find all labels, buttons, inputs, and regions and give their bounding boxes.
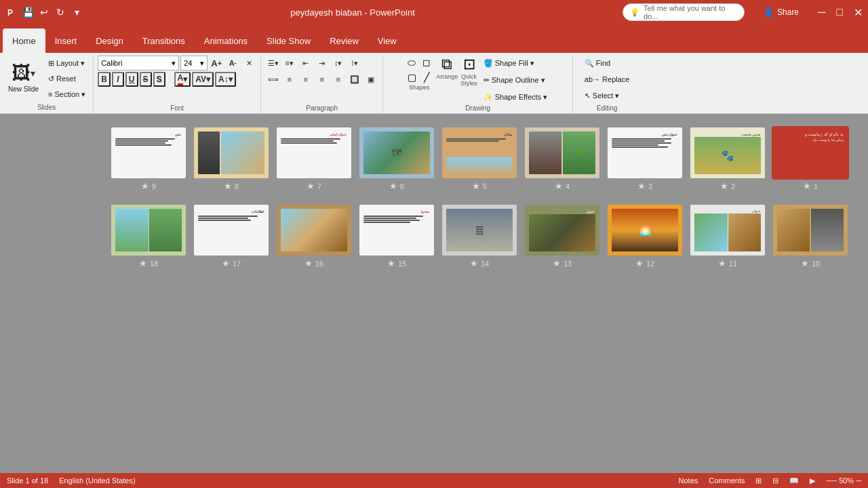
slide-item-12[interactable]: 🌅 ★ 12: [608, 205, 682, 268]
tab-design[interactable]: Design: [86, 28, 132, 53]
layout-button[interactable]: ⊞ Layout ▾: [45, 56, 89, 70]
close-button[interactable]: ✕: [854, 6, 863, 19]
slide-item-16[interactable]: ★ 16: [277, 205, 351, 268]
slide-thumb-8[interactable]: [194, 127, 269, 178]
minimize-button[interactable]: ─: [818, 6, 825, 18]
slide-thumb-15[interactable]: محتوا: [359, 205, 434, 256]
align-center-button[interactable]: ≡: [298, 72, 313, 87]
justify-button[interactable]: ≡: [331, 72, 346, 87]
slide-thumb-13[interactable]: عنوان: [525, 205, 599, 256]
section-button[interactable]: ≡ Section ▾: [45, 87, 89, 102]
slide-thumb-4[interactable]: 🌿: [525, 127, 599, 178]
slide-item-10[interactable]: ★ 10: [773, 205, 848, 268]
view-reading-icon[interactable]: 📖: [789, 476, 799, 485]
slide-thumb-5[interactable]: بیابان: [442, 127, 517, 178]
slide-item-18[interactable]: ★ 18: [111, 205, 186, 268]
slide-thumb-2[interactable]: تصویر طبیعت 🐾: [690, 127, 765, 178]
view-normal-icon[interactable]: ⊞: [755, 476, 762, 485]
tab-review[interactable]: Review: [320, 28, 368, 53]
slide-thumb-11[interactable]: عنوان: [690, 205, 765, 256]
text-direction-button[interactable]: A↕▾: [215, 72, 236, 87]
numbering-button[interactable]: ≡▾: [282, 56, 297, 70]
slide-item-5[interactable]: بیابان ★ 5: [442, 127, 517, 191]
slide-thumb-18[interactable]: [111, 205, 186, 256]
clear-format-button[interactable]: ✕: [241, 56, 256, 70]
rect-shape-icon[interactable]: ◻: [420, 56, 433, 69]
new-slide-button[interactable]: 🖼 ▾ New Slide: [4, 56, 43, 99]
slide-thumb-6[interactable]: 🗺: [359, 127, 434, 178]
increase-font-button[interactable]: A+: [209, 56, 224, 70]
slide-thumb-7[interactable]: عنوان اصلی: [277, 127, 351, 178]
slide-thumb-17[interactable]: اطلاعات: [194, 205, 269, 256]
undo-icon[interactable]: ↩: [38, 6, 50, 18]
slide-thumb-1[interactable]: به نام او که زیبایست و زیبایی ها را دوست…: [773, 127, 848, 178]
slide-thumb-3[interactable]: عنوان متن: [608, 127, 682, 178]
slide-thumb-16[interactable]: [277, 205, 351, 256]
bold-button[interactable]: B: [98, 72, 111, 87]
decrease-indent-button[interactable]: ⇤: [298, 56, 313, 70]
customize-quick-access-icon[interactable]: ▾: [71, 6, 83, 18]
slide-thumb-9[interactable]: متن: [111, 127, 186, 178]
zoom-slider[interactable]: ── 50% ─: [826, 476, 861, 485]
underline-button[interactable]: U: [125, 72, 138, 87]
slide-item-17[interactable]: اطلاعات ★ 17: [194, 205, 269, 268]
slide-item-4[interactable]: 🌿 ★ 4: [525, 127, 599, 191]
slide-item-2[interactable]: تصویر طبیعت 🐾 ★ 2: [690, 127, 765, 191]
slide-item-14[interactable]: 🛤 ★ 14: [442, 205, 517, 268]
slide-item-3[interactable]: عنوان متن ★ 3: [608, 127, 682, 191]
font-size-selector[interactable]: 24 ▾: [180, 56, 208, 70]
strikethrough-button[interactable]: S: [140, 72, 152, 87]
share-button[interactable]: 👤 Share: [755, 5, 807, 20]
line-spacing-button[interactable]: ↕▾: [331, 56, 346, 70]
smart-art-button[interactable]: 🔲: [347, 72, 362, 87]
text-box-button[interactable]: ▣: [363, 72, 378, 87]
arrange-label[interactable]: Arrange: [436, 73, 458, 80]
select-button[interactable]: ↖ Select ▾: [581, 88, 623, 103]
tell-me-bar[interactable]: 💡 Tell me what you want to do...: [623, 3, 745, 21]
increase-indent-button[interactable]: ⇥: [315, 56, 330, 70]
reset-button[interactable]: ↺ Reset: [45, 71, 89, 86]
view-slideshow-icon[interactable]: ▶: [810, 476, 815, 485]
slide-thumb-10[interactable]: [773, 205, 848, 256]
notes-button[interactable]: Notes: [679, 476, 698, 485]
shadow-button[interactable]: S: [153, 72, 165, 87]
shapes-label[interactable]: Shapes: [405, 84, 433, 91]
slide-item-9[interactable]: متن ★ 9: [111, 127, 186, 191]
slide-item-7[interactable]: عنوان اصلی ★ 7: [277, 127, 351, 191]
comments-button[interactable]: Comments: [709, 476, 745, 485]
bullets-button[interactable]: ☰▾: [266, 56, 281, 70]
tab-transitions[interactable]: Transitions: [133, 28, 195, 53]
font-color-button[interactable]: A▾: [174, 72, 191, 87]
slide-thumb-14[interactable]: 🛤: [442, 205, 517, 256]
slide-item-6[interactable]: 🗺 ★ 6: [359, 127, 434, 191]
slide-item-11[interactable]: عنوان ★ 11: [690, 205, 765, 268]
view-slide-sorter-icon[interactable]: ⊟: [772, 476, 778, 485]
find-button[interactable]: 🔍 Find: [581, 56, 614, 70]
slide-item-1[interactable]: به نام او که زیبایست و زیبایی ها را دوست…: [773, 127, 848, 191]
tab-animations[interactable]: Animations: [195, 28, 257, 53]
columns-button[interactable]: ⁞▾: [347, 56, 362, 70]
tab-view[interactable]: View: [368, 28, 406, 53]
align-left-button[interactable]: ≡: [282, 72, 297, 87]
shape-outline-button[interactable]: ✏ Shape Outline ▾: [480, 73, 551, 87]
tab-insert[interactable]: Insert: [45, 28, 87, 53]
slide-item-15[interactable]: محتوا ★ 15: [359, 205, 434, 268]
slide-item-8[interactable]: ★ 8: [194, 127, 269, 191]
slide-thumb-12[interactable]: 🌅: [608, 205, 682, 256]
line-shape-icon[interactable]: ╱: [420, 70, 433, 84]
char-spacing-button[interactable]: AV▾: [192, 72, 214, 87]
slide-item-13[interactable]: عنوان ★ 13: [525, 205, 599, 268]
quick-styles-label[interactable]: QuickStyles: [460, 73, 477, 87]
maximize-button[interactable]: □: [836, 6, 843, 18]
save-icon[interactable]: 💾: [22, 6, 34, 18]
shape-effects-button[interactable]: ✨ Shape Effects ▾: [480, 89, 551, 104]
decrease-font-button[interactable]: A-: [225, 56, 240, 70]
rounded-rect-icon[interactable]: ▢: [405, 70, 418, 84]
font-name-selector[interactable]: Calibri ▾: [98, 56, 179, 70]
tab-slideshow[interactable]: Slide Show: [257, 28, 320, 53]
text-direction2-button[interactable]: ⟺: [266, 72, 281, 87]
align-right-button[interactable]: ≡: [315, 72, 330, 87]
replace-button[interactable]: ab→ Replace: [581, 72, 633, 87]
redo-icon[interactable]: ↻: [54, 6, 66, 18]
shape-fill-button[interactable]: 🪣 Shape Fill ▾: [480, 56, 551, 70]
